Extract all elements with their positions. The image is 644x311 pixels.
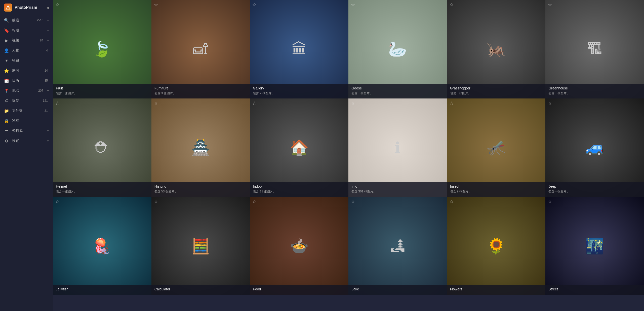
sidebar-item-library[interactable]: 🗃资料库▾: [0, 126, 53, 136]
cell-background: 🧮: [151, 197, 250, 295]
sidebar-count-places: 207: [38, 89, 43, 92]
sidebar-label-places: 地点: [12, 88, 35, 93]
star-icon[interactable]: ☆: [548, 199, 552, 204]
sidebar-item-search[interactable]: 🔍搜索9516▾: [0, 15, 53, 25]
cell-title: Furniture: [154, 86, 247, 90]
grid-cell-goose[interactable]: 🦢☆Goose包含一张图片。: [348, 0, 447, 98]
cell-info-panel: Info包含 301 张图片。: [348, 182, 447, 197]
cell-info-panel: Flowers: [447, 285, 546, 295]
cell-info-panel: Lake: [348, 285, 447, 295]
sidebar-expand-places[interactable]: ▾: [47, 89, 49, 92]
star-icon[interactable]: ☆: [548, 2, 552, 8]
cell-background: 🌃: [545, 197, 644, 295]
star-icon[interactable]: ☆: [55, 2, 59, 8]
cell-title: Insect: [450, 184, 543, 188]
cell-title: Historic: [154, 184, 247, 188]
cell-title: Gallery: [253, 86, 345, 90]
star-icon[interactable]: ☆: [154, 100, 158, 106]
cell-title: Jeep: [548, 184, 641, 188]
people-icon: 👤: [4, 48, 9, 53]
sidebar-item-people[interactable]: 👤人物4: [0, 45, 53, 56]
sidebar-header: PhotoPrism ◀: [0, 0, 53, 15]
cell-subtitle: 包含 3 张图片。: [154, 91, 247, 95]
cell-subtitle: 包含 53 张图片。: [154, 189, 247, 194]
cell-subtitle: 包含 2 张图片。: [253, 91, 345, 95]
sidebar-item-calendar[interactable]: 📅日历85: [0, 76, 53, 86]
grid-cell-info[interactable]: ℹ☆Info包含 301 张图片。: [348, 98, 447, 197]
sidebar-count-people: 4: [46, 49, 48, 52]
sidebar-label-calendar: 日历: [12, 78, 42, 83]
search-icon: 🔍: [4, 18, 9, 23]
star-icon[interactable]: ☆: [351, 100, 355, 106]
grid-cell-historic[interactable]: 🏯☆Historic包含 53 张图片。: [151, 98, 250, 197]
sidebar-item-favorites[interactable]: ♥收藏: [0, 56, 53, 66]
sidebar-expand-videos[interactable]: ▾: [47, 39, 49, 42]
star-icon[interactable]: ☆: [252, 199, 256, 204]
grid-cell-street[interactable]: 🌃☆Street: [545, 197, 644, 295]
grid-cell-fruit[interactable]: 🍃☆Fruit包含一张图片。: [53, 0, 151, 98]
star-icon[interactable]: ☆: [252, 2, 256, 8]
cell-info-panel: Furniture包含 3 张图片。: [151, 84, 250, 98]
cell-title: Fruit: [56, 86, 148, 90]
star-icon[interactable]: ☆: [450, 100, 454, 106]
sidebar-item-labels[interactable]: 🏷标签121: [0, 96, 53, 106]
cell-info-panel: Fruit包含一张图片。: [53, 84, 151, 98]
grid-cell-insect[interactable]: 🦟☆Insect包含 9 张图片。: [447, 98, 546, 197]
sidebar-expand-search[interactable]: ▾: [47, 19, 49, 22]
grid-cell-lake[interactable]: 🏞☆Lake: [348, 197, 447, 295]
sidebar-item-settings[interactable]: ⚙设置▾: [0, 136, 53, 146]
sidebar-item-places[interactable]: 📍地点207▾: [0, 86, 53, 96]
app-logo: [4, 4, 12, 12]
cell-subtitle: 包含一张图片。: [351, 91, 444, 95]
sidebar-item-videos[interactable]: ▶视频84▾: [0, 35, 53, 45]
sidebar-label-videos: 视频: [12, 38, 37, 43]
cell-info-panel: Historic包含 53 张图片。: [151, 182, 250, 197]
cell-subtitle: 包含一张图片。: [56, 189, 148, 194]
star-icon[interactable]: ☆: [154, 199, 158, 204]
grid-cell-helmet[interactable]: ⛑☆Helmet包含一张图片。: [53, 98, 151, 197]
star-icon[interactable]: ☆: [252, 100, 256, 106]
places-icon: 📍: [4, 88, 9, 93]
star-icon[interactable]: ☆: [450, 2, 454, 8]
sidebar-label-library: 资料库: [12, 129, 44, 133]
grid-cell-jeep[interactable]: 🚙☆Jeep包含一张图片。: [545, 98, 644, 197]
grid-cell-gallery[interactable]: 🏛☆Gallery包含 2 张图片。: [250, 0, 348, 98]
star-icon[interactable]: ☆: [55, 199, 59, 204]
sidebar-label-albums: 相册: [12, 28, 44, 33]
star-icon[interactable]: ☆: [55, 100, 59, 106]
labels-icon: 🏷: [4, 98, 9, 103]
grid-cell-grasshopper[interactable]: 🦗☆Grasshopper包含一张图片。: [447, 0, 546, 98]
cell-title: Indoor: [253, 184, 345, 188]
cell-title: Grasshopper: [450, 86, 543, 90]
grid-cell-greenhouse[interactable]: 🏗☆Greenhouse包含一张图片。: [545, 0, 644, 98]
sidebar-expand-albums[interactable]: ▾: [47, 29, 49, 32]
sidebar-count-labels: 121: [43, 99, 48, 102]
star-icon[interactable]: ☆: [154, 2, 158, 8]
star-icon[interactable]: ☆: [351, 2, 355, 8]
sidebar-expand-library[interactable]: ▾: [47, 129, 49, 133]
sidebar-item-albums[interactable]: 🔖相册▾: [0, 25, 53, 35]
grid-cell-jellyfish[interactable]: 🪼☆Jellyfish: [53, 197, 151, 295]
cell-info-panel: Goose包含一张图片。: [348, 84, 447, 98]
grid-cell-calculator[interactable]: 🧮☆Calculator: [151, 197, 250, 295]
sidebar-count-search: 9516: [36, 19, 43, 22]
sidebar-label-private: 私有: [12, 119, 49, 123]
cell-info-panel: Insect包含 9 张图片。: [447, 182, 546, 197]
sidebar-item-folders[interactable]: 📁文件夹31: [0, 106, 53, 116]
grid-cell-food[interactable]: 🍲☆Food: [250, 197, 348, 295]
star-icon[interactable]: ☆: [548, 100, 552, 106]
star-icon[interactable]: ☆: [351, 199, 355, 204]
cell-subtitle: 包含一张图片。: [450, 91, 543, 95]
grid-cell-indoor[interactable]: 🏠☆Indoor包含 11 张图片。: [250, 98, 348, 197]
grid-cell-furniture[interactable]: 🛋☆Furniture包含 3 张图片。: [151, 0, 250, 98]
sidebar-collapse-button[interactable]: ◀: [46, 6, 49, 10]
cell-subtitle: 包含一张图片。: [548, 189, 641, 194]
sidebar-expand-settings[interactable]: ▾: [47, 139, 49, 143]
sidebar-item-private[interactable]: 🔒私有: [0, 116, 53, 126]
sidebar-count-moments: 14: [45, 69, 48, 72]
sidebar-item-moments[interactable]: ⭐瞬间14: [0, 66, 53, 76]
cell-title: Jellyfish: [56, 287, 148, 291]
grid-cell-flowers[interactable]: 🌻☆Flowers: [447, 197, 546, 295]
favorites-icon: ♥: [4, 58, 9, 63]
star-icon[interactable]: ☆: [450, 199, 454, 204]
